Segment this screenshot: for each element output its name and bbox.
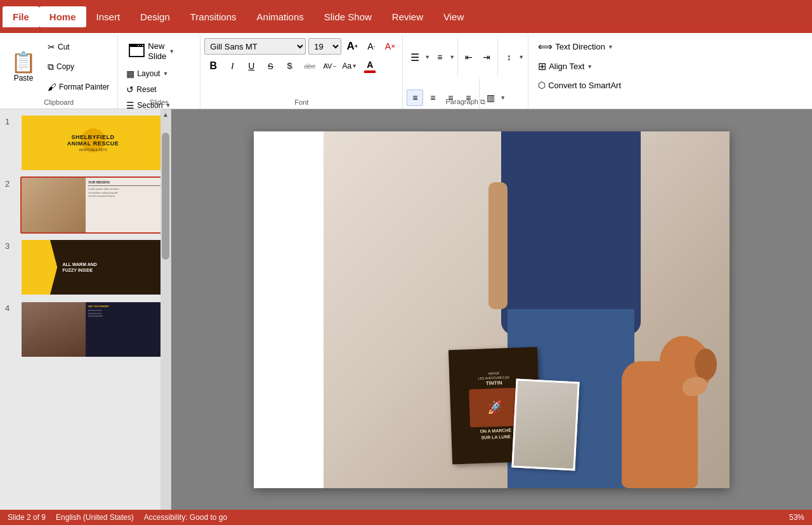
font-name-select[interactable]: Gill Sans MT	[204, 38, 306, 55]
zoom-status: 53%	[789, 513, 804, 522]
slide-number-2: 2	[5, 179, 16, 189]
slide-panel-scrollbar[interactable]: ▲	[160, 109, 171, 510]
copy-icon: ⧉	[48, 62, 54, 72]
font-size-select[interactable]: 19	[308, 38, 341, 55]
strikethrough-abc-button[interactable]: abc	[299, 57, 320, 75]
slide-item-3[interactable]: 3 ALL WARM ANDFUZZY INSIDE	[5, 239, 166, 296]
menu-slideshow[interactable]: Slide Show	[314, 6, 382, 27]
menu-review[interactable]: Review	[382, 6, 433, 27]
slide-count-status: Slide 2 of 9	[8, 513, 46, 522]
scroll-thumb[interactable]	[162, 133, 169, 260]
para-separator-2	[497, 38, 498, 76]
decrease-indent-button[interactable]: ⇤	[461, 49, 477, 65]
menu-insert[interactable]: Insert	[86, 6, 131, 27]
slide-canvas[interactable]: HERGÉ LES AVENTURES DE TINTIN 🚀 ON A MAR…	[254, 131, 730, 488]
layout-label: Layout	[137, 69, 160, 78]
cut-label: Cut	[58, 43, 70, 51]
language-status: English (United States)	[56, 513, 134, 522]
slide-item-1[interactable]: 1 SHELBYFIELDANIMAL RESCUE ADOPTABLE PET…	[5, 114, 166, 171]
convert-smartart-icon: ⬡	[538, 80, 546, 90]
copy-button[interactable]: ⧉ Copy	[44, 60, 112, 74]
menu-home[interactable]: Home	[39, 6, 86, 27]
slide1-content: SHELBYFIELDANIMAL RESCUE ADOPTABLE PETS	[67, 134, 119, 152]
numbering-button[interactable]: ≡	[431, 49, 448, 65]
paragraph-group-label: Paragraph ⧉	[403, 98, 528, 106]
slide-number-4: 4	[5, 303, 16, 313]
slide-thumb-1[interactable]: SHELBYFIELDANIMAL RESCUE ADOPTABLE PETS	[20, 114, 166, 171]
line-spacing-dropdown[interactable]: ▼	[518, 54, 524, 60]
cut-button[interactable]: ✂ Cut	[44, 40, 112, 54]
reset-button[interactable]: ↺ Reset	[123, 83, 195, 96]
menu-design[interactable]: Design	[130, 6, 180, 27]
book-series: LES AVENTURES DE	[478, 375, 509, 380]
font-format-row: B I U S S abc AV↔ Aa▼ A	[204, 57, 398, 75]
italic-button[interactable]: I	[223, 57, 241, 75]
canvas-frame-photo	[514, 380, 578, 469]
paste-button[interactable]: 📋 Paste	[5, 38, 42, 96]
font-grow-button[interactable]: A+	[344, 38, 360, 55]
bold-button[interactable]: B	[204, 57, 222, 75]
align-text-label: Align Text	[549, 62, 584, 71]
font-shrink-button[interactable]: A-	[363, 38, 379, 55]
reset-icon: ↺	[126, 84, 134, 95]
shadow-button[interactable]: S	[280, 57, 298, 75]
align-text-dropdown: ▼	[587, 63, 593, 70]
canvas-arm	[488, 182, 508, 309]
slide-thumb-inner-2: OUR MISSION Lorem ipsum dolor sit ametco…	[22, 178, 164, 232]
canvas-frame	[511, 378, 579, 470]
slide1-title: SHELBYFIELDANIMAL RESCUE	[67, 134, 119, 147]
book-subtitle: ON A MARCHÉ SUR LA LUNE	[480, 427, 511, 440]
slide-thumb-4[interactable]: DID YOU KNOW? ■ Fact one here■ Fact two …	[20, 301, 166, 358]
accessibility-status: Accessibility: Good to go	[144, 513, 227, 522]
align-text-icon: ⊞	[538, 60, 546, 72]
canvas-dog	[603, 285, 717, 488]
convert-smartart-row: ⬡ Convert to SmartArt	[534, 77, 650, 93]
clipboard-group-label: Clipboard	[0, 98, 117, 106]
increase-indent-button[interactable]: ⇥	[478, 49, 495, 65]
bullets-dropdown[interactable]: ▼	[424, 54, 430, 60]
text-direction-button[interactable]: ⟺ Text Direction ▼	[534, 38, 618, 55]
paste-label: Paste	[14, 74, 34, 83]
text-direction-dropdown: ▼	[608, 44, 613, 50]
align-text-button[interactable]: ⊞ Align Text ▼	[534, 58, 597, 75]
slide-item-4[interactable]: 4 DID YOU KNOW? ■ Fact one here■ Fact tw…	[5, 301, 166, 358]
slide-thumb-3[interactable]: ALL WARM ANDFUZZY INSIDE	[20, 239, 166, 296]
menu-view[interactable]: View	[433, 6, 474, 27]
new-slide-button[interactable]: 🗔 New Slide ▼	[123, 38, 195, 64]
strikethrough-button[interactable]: S	[261, 57, 279, 75]
slide-thumb-2[interactable]: OUR MISSION Lorem ipsum dolor sit ametco…	[20, 176, 166, 234]
convert-smartart-button[interactable]: ⬡ Convert to SmartArt	[534, 77, 625, 93]
menu-transitions[interactable]: Transitions	[180, 6, 247, 27]
format-painter-label: Format Painter	[59, 83, 109, 91]
menu-file[interactable]: File	[3, 6, 39, 27]
clear-formatting-button[interactable]: A✕	[382, 38, 398, 55]
status-bar: Slide 2 of 9 English (United States) Acc…	[0, 510, 812, 525]
format-painter-button[interactable]: 🖌 Format Painter	[44, 80, 112, 94]
slide-thumb-inner-3: ALL WARM ANDFUZZY INSIDE	[22, 240, 164, 295]
slide2-photo-left	[22, 178, 86, 232]
slide4-photo-bg	[22, 302, 86, 357]
slide2-body: Lorem ipsum dolor sit ametconsectetur ad…	[88, 187, 162, 198]
canvas-area: HERGÉ LES AVENTURES DE TINTIN 🚀 ON A MAR…	[171, 109, 812, 510]
paragraph-group-expand[interactable]: ⧉	[480, 98, 485, 105]
character-spacing-button[interactable]: AV↔	[321, 57, 339, 75]
clipboard-group: 📋 Paste ✂ Cut ⧉ Copy 🖌 Format Painter Cl…	[0, 36, 118, 109]
change-case-button[interactable]: Aa▼	[340, 57, 359, 75]
slide-item-2[interactable]: 2 OUR MISSION Lorem ipsum dolor sit amet…	[5, 176, 166, 234]
underline-button[interactable]: U	[242, 57, 260, 75]
canvas-photo-bg: HERGÉ LES AVENTURES DE TINTIN 🚀 ON A MAR…	[324, 131, 730, 488]
line-spacing-button[interactable]: ↕	[501, 49, 517, 65]
font-color-letter: A	[367, 60, 373, 70]
menu-animations[interactable]: Animations	[247, 6, 314, 27]
layout-button[interactable]: ▦ Layout ▼	[123, 67, 195, 81]
scroll-up-arrow[interactable]: ▲	[160, 109, 171, 120]
book-author: HERGÉ	[488, 371, 499, 376]
numbering-dropdown[interactable]: ▼	[449, 54, 455, 60]
copy-label: Copy	[56, 62, 74, 71]
slide2-text-area: OUR MISSION Lorem ipsum dolor sit ametco…	[86, 178, 164, 232]
font-group: Gill Sans MT 19 A+ A- A✕ B I U S S abc A…	[200, 36, 403, 109]
bullets-button[interactable]: ☰	[407, 49, 423, 65]
slide4-body: ■ Fact one here■ Fact two here■ Fact thr…	[88, 309, 162, 318]
slide-number-1: 1	[5, 117, 16, 126]
font-color-button[interactable]: A	[360, 58, 379, 74]
